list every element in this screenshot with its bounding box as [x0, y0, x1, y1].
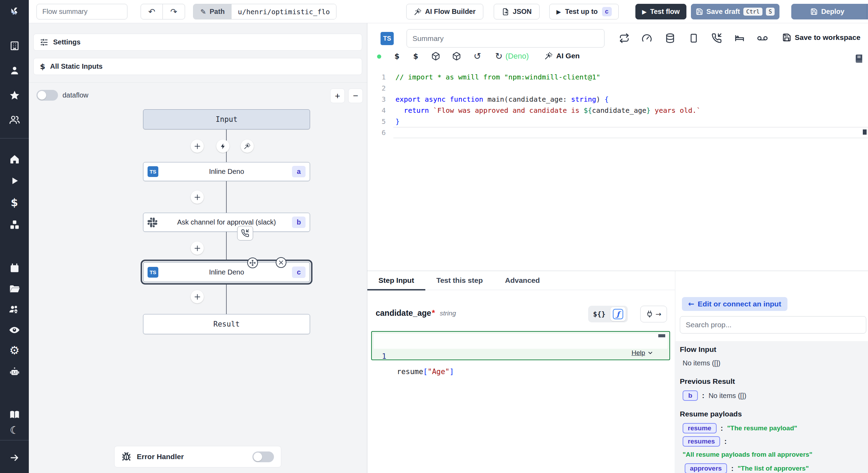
settings-gear-icon[interactable]: ⚙	[9, 345, 20, 356]
expand-sidebar-arrow-icon[interactable]	[9, 452, 20, 463]
phone-incoming-icon[interactable]	[711, 33, 722, 45]
prop-badge-b[interactable]: b	[683, 390, 698, 401]
test-up-to-button[interactable]: ▶ Test up to c	[549, 4, 619, 19]
delete-node-button[interactable]	[276, 257, 286, 268]
code-editor[interactable]: 123456 // import * as wmill from "npm:wi…	[367, 71, 868, 271]
undo-button[interactable]: ↶	[141, 4, 163, 19]
step-id-badge-c: c	[292, 267, 306, 278]
ai-robot-icon[interactable]	[9, 366, 20, 378]
chevron-down-icon	[647, 350, 653, 356]
package-cube-icon-2[interactable]	[452, 52, 461, 62]
docs-book-icon[interactable]	[9, 409, 20, 420]
save-to-workspace-button[interactable]: Save to workspace	[782, 33, 860, 42]
expr-code: resume["Age"]	[397, 364, 454, 379]
database-icon[interactable]	[665, 33, 675, 45]
ai-wand-button[interactable]	[241, 140, 254, 153]
gauge-icon[interactable]	[642, 33, 652, 45]
sidebar-divider-bottom	[0, 440, 29, 440]
add-step-button[interactable]	[191, 290, 204, 303]
flow-summary-input[interactable]	[36, 4, 127, 19]
move-node-button[interactable]	[247, 257, 258, 268]
package-cube-icon[interactable]	[431, 52, 440, 62]
save-draft-button[interactable]: Save draft Ctrl S	[691, 4, 779, 19]
error-handler-toggle[interactable]	[252, 451, 274, 462]
path-value[interactable]: u/henri/optimistic_flo	[232, 4, 336, 19]
deploy-dropdown-button[interactable]	[867, 4, 868, 19]
windmill-logo-icon[interactable]	[9, 6, 20, 17]
function-mode-option-selected[interactable]: ƒ	[610, 307, 626, 321]
favorites-star-icon[interactable]	[9, 90, 20, 101]
tab-test-this-step[interactable]: Test this step	[425, 271, 494, 290]
flow-node-input[interactable]: Input	[143, 109, 310, 129]
file-export-icon	[502, 8, 509, 16]
add-step-button[interactable]	[191, 191, 204, 204]
redo-button[interactable]: ↷	[163, 4, 185, 19]
path-group[interactable]: ✎ Path u/henri/optimistic_flo	[193, 4, 336, 19]
deploy-button[interactable]: Deploy	[792, 4, 863, 19]
kbd-s: S	[766, 8, 775, 16]
play-icon: ▶	[556, 8, 561, 15]
step-summary-input[interactable]	[407, 29, 604, 48]
prop-badge-resumes[interactable]: resumes	[683, 436, 720, 447]
sleep-bed-icon[interactable]	[734, 33, 745, 45]
edit-or-connect-button[interactable]: ← Edit or connect an input	[682, 297, 787, 311]
folders-icon[interactable]	[9, 283, 20, 295]
play-icon: ▶	[642, 8, 646, 15]
suspend-phone-incoming-badge[interactable]	[237, 226, 253, 240]
error-handler-card[interactable]: Error Handler	[114, 446, 281, 467]
workspace-building-icon[interactable]	[9, 40, 20, 51]
repeat-loop-icon[interactable]	[619, 33, 629, 45]
schedules-calendar-icon[interactable]	[9, 262, 20, 274]
dataflow-toggle[interactable]	[36, 90, 58, 101]
prop-badge-resume[interactable]: resume	[683, 423, 717, 433]
dark-mode-moon-icon[interactable]: ☾	[9, 424, 20, 436]
flow-node-b[interactable]: Ask channel for approval (slack) b	[143, 213, 310, 232]
add-step-button[interactable]	[191, 140, 204, 153]
workers-users-gear-icon[interactable]	[9, 304, 20, 315]
prop-badge-approvers[interactable]: approvers	[685, 463, 727, 473]
required-asterisk: *	[432, 309, 435, 318]
groups-icon[interactable]	[9, 114, 20, 125]
variables-dollar-icon[interactable]: $	[9, 197, 20, 208]
template-mode-option[interactable]: ${}	[590, 310, 608, 318]
user-icon[interactable]	[9, 65, 20, 76]
topbar: ↶ ↷ ✎ Path u/henri/optimistic_flo AI Flo…	[29, 0, 868, 23]
resources-boxes-icon[interactable]	[9, 219, 20, 230]
runs-play-icon[interactable]	[9, 175, 20, 186]
all-static-inputs-card[interactable]: $ All Static Inputs	[33, 58, 362, 75]
expression-editor[interactable]: 1 resume["Age"] Help	[371, 331, 670, 360]
reload-language-group[interactable]: ↻ (Deno)	[495, 51, 529, 61]
search-prop-input[interactable]	[680, 316, 866, 333]
settings-card[interactable]: Settings	[33, 34, 362, 51]
trigger-bolt-button[interactable]	[216, 140, 229, 153]
help-link[interactable]: Help	[632, 349, 653, 357]
flow-node-result[interactable]: Result	[143, 314, 310, 334]
add-step-button[interactable]	[191, 242, 204, 255]
typescript-badge-large: TS	[381, 32, 394, 45]
refresh-icon: ↻	[495, 51, 503, 61]
json-button[interactable]: JSON	[494, 4, 540, 19]
audit-eye-icon[interactable]	[9, 324, 20, 336]
panel-divider	[29, 82, 367, 83]
tab-advanced[interactable]: Advanced	[494, 271, 551, 290]
home-icon[interactable]	[9, 153, 20, 165]
ai-flow-builder-button[interactable]: AI Flow Builder	[406, 4, 483, 19]
dollar-tool-icon-2[interactable]: $	[413, 52, 418, 60]
language-status-dot	[377, 54, 381, 59]
zoom-out-button[interactable]: −	[348, 88, 363, 103]
voicemail-icon[interactable]	[757, 33, 768, 45]
step-tabs: Step Input Test this step Advanced	[367, 271, 675, 290]
dollar-tool-icon[interactable]: $	[394, 52, 400, 60]
expr-scrollbar	[658, 334, 665, 337]
mobile-frame-icon[interactable]	[688, 33, 699, 45]
history-undo-icon[interactable]: ↺	[474, 51, 481, 61]
zoom-in-button[interactable]: +	[330, 88, 345, 103]
connect-input-plug-button[interactable]: →	[640, 306, 667, 322]
previous-result-row: b : No items ([])	[683, 390, 746, 401]
flow-node-a[interactable]: TS Inline Deno a	[143, 162, 310, 181]
docs-book-icon-small[interactable]	[854, 54, 864, 65]
tab-step-input[interactable]: Step Input	[367, 271, 425, 290]
wand-icon	[414, 8, 422, 16]
ai-gen-button[interactable]: AI Gen	[544, 52, 580, 60]
test-flow-button[interactable]: ▶ Test flow	[635, 4, 686, 19]
